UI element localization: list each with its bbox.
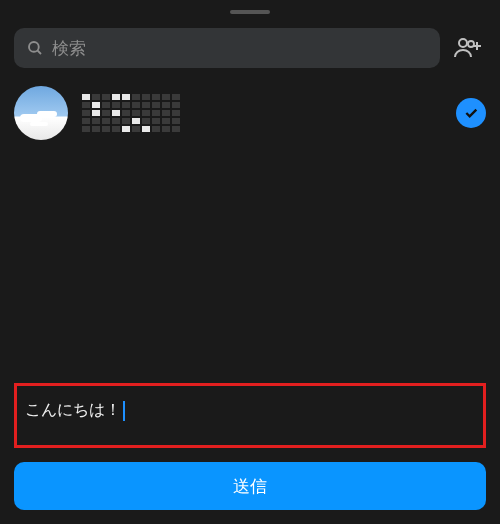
search-icon: [26, 39, 44, 57]
message-input-highlight: こんにちは！: [14, 383, 486, 448]
selected-check-icon[interactable]: [456, 98, 486, 128]
contact-list: [0, 68, 500, 140]
contact-row[interactable]: [14, 86, 486, 140]
svg-line-1: [37, 50, 41, 54]
svg-point-0: [29, 42, 39, 52]
avatar: [14, 86, 68, 140]
search-placeholder: 検索: [52, 37, 86, 60]
contact-name-redacted: [82, 94, 442, 132]
send-button[interactable]: 送信: [14, 462, 486, 510]
add-people-icon[interactable]: [450, 33, 486, 63]
search-row: 検索: [0, 28, 500, 68]
svg-point-2: [459, 39, 467, 47]
compose-area: こんにちは！ 送信: [0, 369, 500, 524]
sheet-drag-handle[interactable]: [230, 10, 270, 14]
message-input[interactable]: こんにちは！: [25, 401, 125, 418]
message-input-value: こんにちは！: [25, 401, 121, 418]
search-input-container[interactable]: 検索: [14, 28, 440, 68]
text-caret: [123, 401, 125, 421]
